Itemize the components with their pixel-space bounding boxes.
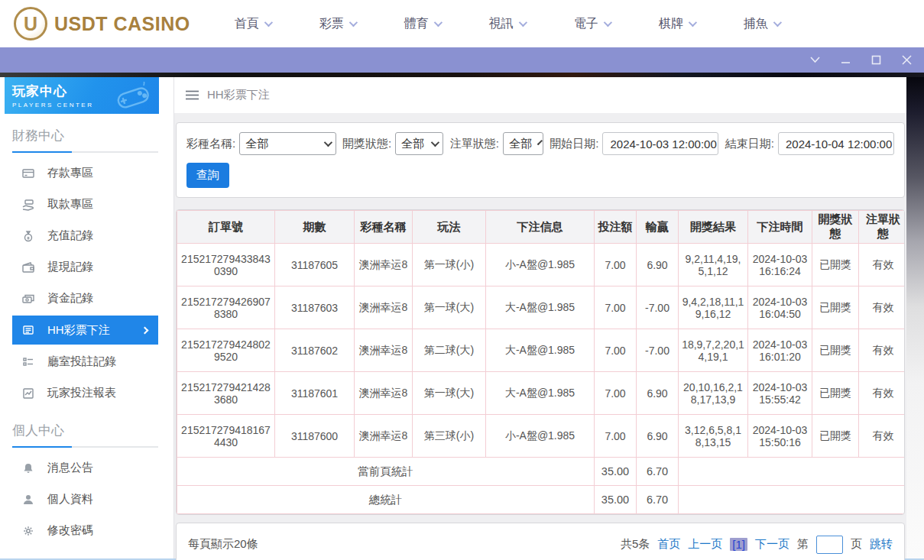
money-bag-icon xyxy=(22,230,34,242)
order-status-select[interactable]: 全部 xyxy=(503,132,543,155)
sidebar-item-change-password[interactable]: 修改密碼 xyxy=(12,515,158,546)
page-size-label: 每頁顯示20條 xyxy=(188,537,258,552)
sidebar-item-room-bet-record[interactable]: 廳室投註記錄 xyxy=(12,346,158,377)
nav-item-slots[interactable]: 電子 xyxy=(574,16,610,32)
order-status-label: 注單狀態: xyxy=(450,137,499,151)
sidebar: 玩家中心 PLAYERS CENTER 財務中心 xyxy=(0,77,174,558)
gamepad-icon xyxy=(113,82,153,112)
table-row: 2152172794269078380 31187603 澳洲幸运8 第一球(大… xyxy=(177,286,906,329)
end-date-label: 結束日期: xyxy=(725,137,774,151)
sidebar-item-deposit[interactable]: 存款專區 xyxy=(12,157,158,189)
site-header: U USDT CASINO 首頁 彩票 體育 視訊 電子 棋牌 捕魚 xyxy=(0,0,924,47)
nav-item-home[interactable]: 首頁 xyxy=(235,16,271,32)
bets-table: 訂單號 期數 彩種名稱 玩法 下注信息 投注額 輸贏 開獎結果 下注時間 開獎狀… xyxy=(177,210,905,514)
chevron-down-icon xyxy=(603,18,611,27)
col-header-bet-amount: 投注額 xyxy=(595,211,637,244)
section-title-personal: 個人中心 xyxy=(12,422,158,439)
window-maximize-icon[interactable] xyxy=(871,55,881,66)
jump-link[interactable]: 跳转 xyxy=(870,537,893,552)
section-divider xyxy=(12,446,158,448)
table-row: 2152172794248029520 31187602 澳洲幸运8 第二球(大… xyxy=(177,329,906,372)
table-row: 2152172794214283680 31187601 澳洲幸运8 第一球(大… xyxy=(177,372,906,415)
draw-status-label: 開獎狀態: xyxy=(342,137,391,151)
nav-item-boardgames[interactable]: 棋牌 xyxy=(659,16,695,32)
banknotes-icon xyxy=(22,293,34,305)
total-summary-label: 總統計 xyxy=(177,486,595,514)
total-summary-winloss: 6.70 xyxy=(637,486,679,514)
breadcrumb-bar: HH彩票下注 xyxy=(174,77,906,113)
pagination-controls: 共5条 首页 上一页 [1] 下一页 第 页 跳转 xyxy=(621,536,893,554)
nav-item-sports[interactable]: 體育 xyxy=(404,16,440,32)
first-page-link[interactable]: 首页 xyxy=(657,537,680,552)
lottery-name-label: 彩種名稱: xyxy=(186,137,235,151)
start-date-input[interactable]: 2024-10-03 12:00:00 xyxy=(602,132,718,155)
main-nav: 首頁 彩票 體育 視訊 電子 棋牌 捕魚 xyxy=(235,16,780,32)
nav-item-lottery[interactable]: 彩票 xyxy=(319,16,355,32)
background-gradient-strip xyxy=(906,77,924,558)
search-button[interactable]: 查詢 xyxy=(186,163,229,188)
lottery-name-select[interactable]: 全部 xyxy=(239,132,336,155)
bets-table-panel: 訂單號 期數 彩種名稱 玩法 下注信息 投注額 輸贏 開獎結果 下注時間 開獎狀… xyxy=(176,209,905,515)
usdt-logo-icon: U xyxy=(14,7,47,40)
col-header-bet-info: 下注信息 xyxy=(486,211,595,244)
current-page-badge: [1] xyxy=(730,538,747,551)
clipboard-list-icon xyxy=(22,356,34,368)
sidebar-item-recharge-record[interactable]: 充值記錄 xyxy=(12,220,158,251)
chevron-down-icon xyxy=(431,138,439,147)
jump-suffix-label: 页 xyxy=(851,537,862,552)
brand-logo[interactable]: U USDT CASINO xyxy=(14,7,190,40)
filter-panel: 彩種名稱: 全部 開獎狀態: 全部 注單狀態: xyxy=(176,122,905,198)
pagination-bar: 每頁顯示20條 共5条 首页 上一页 [1] 下一页 第 页 跳转 xyxy=(176,523,905,560)
report-chart-icon xyxy=(22,387,34,400)
section-title-finance: 財務中心 xyxy=(12,127,158,144)
section-divider xyxy=(12,151,158,153)
chevron-down-icon xyxy=(433,18,442,27)
sidebar-item-withdrawal-record[interactable]: 提現記錄 xyxy=(12,251,158,283)
sidebar-item-funds-record[interactable]: 資金記錄 xyxy=(12,283,158,314)
players-center-header: 玩家中心 PLAYERS CENTER xyxy=(5,77,159,114)
sidebar-item-announcements[interactable]: 消息公告 xyxy=(12,452,158,484)
draw-status-select[interactable]: 全部 xyxy=(395,132,443,155)
chevron-down-icon xyxy=(518,18,527,27)
sidebar-item-profile[interactable]: 個人資料 xyxy=(12,484,158,515)
finance-menu: 存款專區 取款專區 充值記錄 提現記錄 xyxy=(12,157,158,409)
total-summary-row: 總統計 35.00 6.70 xyxy=(177,486,906,514)
hamburger-menu-icon[interactable] xyxy=(186,90,199,100)
app-window: U USDT CASINO 首頁 彩票 體育 視訊 電子 棋牌 捕魚 xyxy=(0,0,924,560)
jump-prefix-label: 第 xyxy=(797,537,809,552)
nav-item-video[interactable]: 視訊 xyxy=(489,16,525,32)
col-header-play-type: 玩法 xyxy=(413,211,486,244)
brand-name: USDT CASINO xyxy=(54,13,190,35)
col-header-bet-time: 下注時間 xyxy=(748,211,812,244)
page-summary-row: 當前頁統計 35.00 6.70 xyxy=(177,458,906,486)
chevron-down-icon xyxy=(323,138,332,147)
col-header-draw-result: 開獎結果 xyxy=(679,211,748,244)
page-summary-amount: 35.00 xyxy=(595,458,637,486)
col-header-draw-status: 開獎狀態 xyxy=(812,211,859,244)
page-summary-winloss: 6.70 xyxy=(637,458,679,486)
end-date-input[interactable]: 2024-10-04 12:00:00 xyxy=(778,132,894,155)
sidebar-item-withdraw[interactable]: 取款專區 xyxy=(12,189,158,220)
page-number-input[interactable] xyxy=(816,536,843,554)
table-header-row: 訂單號 期數 彩種名稱 玩法 下注信息 投注額 輸贏 開獎結果 下注時間 開獎狀… xyxy=(177,211,906,244)
hand-money-icon xyxy=(22,199,34,211)
sidebar-item-hh-lottery-bets[interactable]: HH彩票下注 xyxy=(12,316,158,345)
window-minimize-icon[interactable] xyxy=(840,55,851,66)
table-row: 2152172794338430390 31187605 澳洲幸运8 第一球(小… xyxy=(177,244,906,286)
start-date-label: 開始日期: xyxy=(550,137,598,151)
ticket-list-icon xyxy=(22,324,34,336)
col-header-period: 期數 xyxy=(275,211,355,244)
chevron-down-icon xyxy=(688,18,696,27)
next-page-link[interactable]: 下一页 xyxy=(755,537,789,552)
chevron-down-icon xyxy=(537,140,543,145)
window-close-icon[interactable] xyxy=(901,55,912,66)
col-header-lottery-name: 彩種名稱 xyxy=(355,211,413,244)
chevron-right-icon xyxy=(141,326,149,334)
sidebar-item-player-bet-report[interactable]: 玩家投注報表 xyxy=(12,377,158,409)
nav-item-fishing[interactable]: 捕魚 xyxy=(744,16,780,32)
col-header-order-no: 訂單號 xyxy=(177,211,275,244)
page-summary-label: 當前頁統計 xyxy=(177,458,595,486)
window-collapse-icon[interactable] xyxy=(809,55,820,66)
prev-page-link[interactable]: 上一页 xyxy=(688,537,722,552)
wallet-icon xyxy=(22,261,34,274)
